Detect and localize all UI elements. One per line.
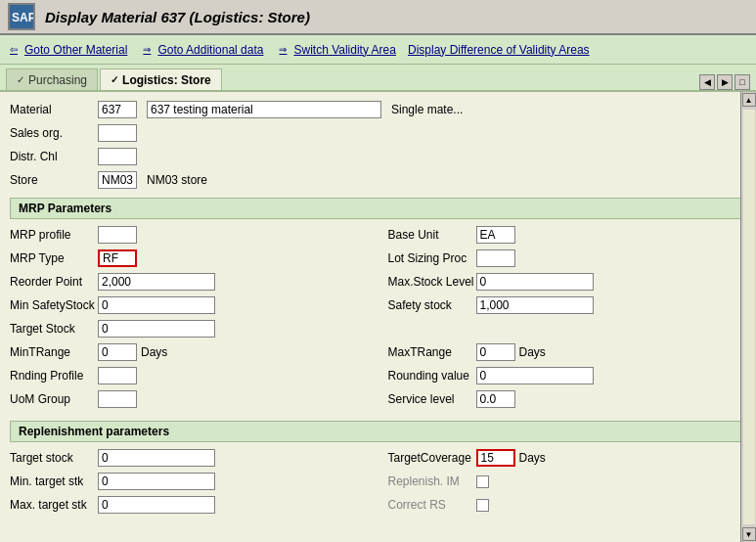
reorder-point-input[interactable] (98, 273, 215, 291)
rnding-profile-row: Rnding Profile (10, 366, 369, 385)
goto-additional-data-icon: ⇒ (139, 42, 155, 58)
max-target-stk-row: Max. target stk (10, 495, 369, 515)
material-row: Material Single mate... (10, 100, 746, 119)
service-level-input[interactable] (476, 390, 515, 408)
title-bar: SAP Display Material 637 (Logistics: Sto… (0, 0, 756, 35)
material-extra: Single mate... (391, 103, 463, 116)
sales-org-label: Sales org. (10, 126, 98, 140)
lot-sizing-proc-input[interactable] (476, 249, 515, 267)
material-input[interactable] (98, 101, 137, 118)
max-stock-level-label: Max.Stock Level (388, 275, 476, 289)
base-unit-row: Base Unit (388, 225, 747, 245)
target-coverage-label: TargetCoverage (388, 451, 476, 465)
min-target-stk-label: Min. target stk (10, 474, 98, 488)
mrp-profile-row: MRP profile (10, 225, 369, 245)
mrp-type-input[interactable] (98, 249, 137, 267)
reorder-point-row: Reorder Point (10, 272, 369, 292)
target-coverage-input[interactable] (476, 449, 515, 467)
uom-group-input[interactable] (98, 390, 137, 408)
tab-logistics-store[interactable]: ✓ Logistics: Store (100, 68, 222, 90)
purchasing-tab-icon: ✓ (17, 74, 24, 85)
min-trange-label: MinTRange (10, 345, 98, 359)
target-stock-r-label: Target stock (10, 451, 98, 465)
rnding-profile-input[interactable] (98, 367, 137, 384)
tab-purchasing[interactable]: ✓ Purchasing (6, 68, 98, 90)
min-safety-stock-input[interactable] (98, 296, 215, 314)
replenishment-section-header: Replenishment parameters (10, 421, 746, 442)
scroll-track (743, 110, 755, 524)
tab-navigation: ◀ ▶ □ (699, 74, 750, 90)
safety-stock-input[interactable] (476, 296, 594, 314)
min-trange-days: Days (141, 345, 167, 359)
rounding-value-input[interactable] (476, 367, 594, 384)
store-label: Store (10, 173, 98, 187)
switch-validity-area-button[interactable]: ⇒ Switch Validity Area (275, 42, 396, 58)
store-row: Store NM03 store (10, 170, 746, 190)
rounding-value-row: Rounding value (388, 366, 747, 385)
toolbar: ⇦ Goto Other Material ⇒ Goto Additional … (0, 35, 756, 65)
goto-additional-data-button[interactable]: ⇒ Goto Additional data (139, 42, 263, 58)
main-content: Material Single mate... Sales org. Distr… (0, 92, 756, 542)
uom-group-label: UoM Group (10, 392, 98, 406)
material-label: Material (10, 103, 98, 116)
tab-nav-left-button[interactable]: ◀ (699, 74, 715, 90)
safety-stock-row: Safety stock (388, 295, 747, 315)
reorder-point-label: Reorder Point (10, 275, 98, 289)
min-safety-stock-row: Min SafetyStock (10, 295, 369, 315)
max-trange-days: Days (519, 345, 546, 359)
replenish-im-row: Replenish. IM (388, 472, 747, 491)
max-trange-row2: MaxTRange Days (388, 342, 747, 362)
safety-stock-label: Safety stock (388, 298, 476, 312)
min-target-stk-input[interactable] (98, 473, 215, 490)
max-trange-input[interactable] (476, 343, 515, 361)
display-difference-button[interactable]: Display Difference of Validity Areas (408, 43, 590, 57)
base-unit-label: Base Unit (388, 228, 476, 242)
target-stock-r-input[interactable] (98, 449, 215, 467)
distr-chl-label: Distr. Chl (10, 150, 98, 163)
target-coverage-row: TargetCoverage Days (388, 448, 747, 468)
goto-other-material-button[interactable]: ⇦ Goto Other Material (6, 42, 127, 58)
target-stock-input[interactable] (98, 320, 215, 338)
replenish-im-label: Replenish. IM (388, 474, 476, 488)
mrp-parameters: MRP profile MRP Type Reorder Point Min S… (10, 225, 746, 413)
min-target-stk-row: Min. target stk (10, 472, 369, 491)
target-stock-label: Target Stock (10, 322, 98, 336)
max-target-stk-input[interactable] (98, 496, 215, 514)
scroll-down-button[interactable]: ▼ (742, 527, 756, 541)
min-trange-input[interactable] (98, 343, 137, 361)
tab-nav-right-button[interactable]: ▶ (717, 74, 733, 90)
sales-org-input[interactable] (98, 124, 137, 142)
scrollbar: ▲ ▼ (740, 92, 756, 542)
distr-chl-row: Distr. Chl (10, 147, 746, 166)
svg-text:SAP: SAP (12, 11, 33, 24)
mrp-section-header: MRP Parameters (10, 198, 746, 219)
service-level-label: Service level (388, 392, 476, 406)
replenish-im-checkbox[interactable] (476, 475, 489, 488)
scroll-up-button[interactable]: ▲ (742, 93, 756, 107)
tab-nav-maximize-button[interactable]: □ (734, 74, 750, 90)
max-stock-level-input[interactable] (476, 273, 594, 291)
correct-rs-checkbox[interactable] (476, 499, 489, 512)
base-unit-input[interactable] (476, 226, 515, 244)
logistics-store-tab-icon: ✓ (111, 74, 118, 85)
mrp-type-row: MRP Type (10, 248, 369, 268)
replenishment-parameters: Target stock Min. target stk Max. target… (10, 448, 746, 519)
distr-chl-input[interactable] (98, 148, 137, 165)
replenishment-left-col: Target stock Min. target stk Max. target… (10, 448, 369, 519)
replenishment-right-col: TargetCoverage Days Replenish. IM Correc… (388, 448, 747, 519)
lot-sizing-proc-label: Lot Sizing Proc (388, 251, 476, 265)
mrp-type-label: MRP Type (10, 251, 98, 265)
sap-logo: SAP (8, 3, 35, 30)
min-safety-stock-label: Min SafetyStock (10, 298, 98, 312)
target-coverage-days: Days (519, 451, 546, 465)
material-description-input[interactable] (147, 101, 381, 118)
target-stock-row: Target Stock (10, 319, 369, 339)
min-trange-row: MinTRange Days (10, 342, 369, 362)
tab-bar: ✓ Purchasing ✓ Logistics: Store ◀ ▶ □ (0, 65, 756, 92)
store-input[interactable] (98, 171, 137, 189)
mrp-profile-input[interactable] (98, 226, 137, 244)
lot-sizing-proc-row: Lot Sizing Proc (388, 248, 747, 268)
max-target-stk-label: Max. target stk (10, 498, 98, 512)
rnding-profile-label: Rnding Profile (10, 369, 98, 383)
max-trange-label: MaxTRange (388, 345, 476, 359)
